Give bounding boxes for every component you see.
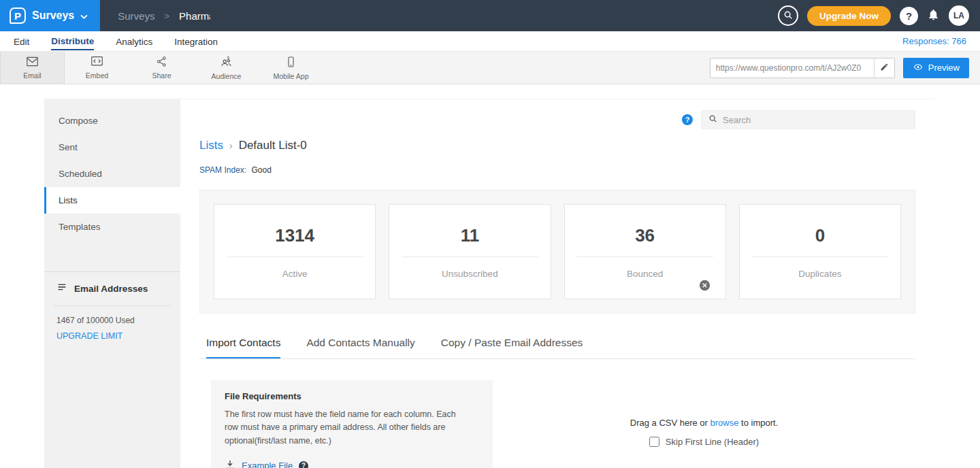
import-contacts-area: File Requirements The first row must hav… <box>199 380 915 468</box>
preview-button-label: Preview <box>928 63 960 73</box>
email-addresses-title: Email Addresses <box>74 284 148 294</box>
tab-integration[interactable]: Integration <box>174 33 218 50</box>
preview-button[interactable]: Preview <box>903 58 969 78</box>
breadcrumb: Surveys > Pharma <box>100 10 210 22</box>
questionpro-logo-icon: P <box>10 7 26 24</box>
pencil-icon <box>880 63 889 73</box>
sidebar-item-templates[interactable]: Templates <box>44 214 180 240</box>
list-stats-panel: 1314 Active 11 Unsubscribed 36 Bounced 0 <box>199 190 915 314</box>
bell-icon <box>927 8 940 23</box>
active-label: Active <box>214 269 375 279</box>
tool-share[interactable]: Share <box>129 52 194 84</box>
stat-card-bounced[interactable]: 36 Bounced <box>564 204 726 299</box>
stat-card-duplicates[interactable]: 0 Duplicates <box>739 204 901 299</box>
tool-email[interactable]: Email <box>0 52 65 84</box>
svg-text:$: $ <box>227 56 230 60</box>
tab-import-contacts[interactable]: Import Contacts <box>206 337 280 358</box>
skip-first-line-label: Skip First Line (Header) <box>666 437 759 447</box>
search-button[interactable] <box>778 5 798 26</box>
contacts-search-input[interactable] <box>723 115 908 125</box>
sidebar-item-sent[interactable]: Sent <box>44 134 180 161</box>
bounced-block-icon[interactable] <box>699 280 710 291</box>
sidebar-item-lists[interactable]: Lists <box>44 187 180 214</box>
notifications-button[interactable] <box>927 8 940 23</box>
tab-distribute[interactable]: Distribute <box>51 33 94 50</box>
tool-email-label: Email <box>23 71 41 80</box>
topbar: P Surveys Surveys > Pharma Upgrade Now ?… <box>0 0 980 31</box>
unsubscribed-label: Unsubscribed <box>389 269 550 279</box>
sidebar-item-scheduled[interactable]: Scheduled <box>44 161 180 187</box>
upgrade-limit-link[interactable]: UPGRADE LIMIT <box>44 328 180 344</box>
chevron-down-icon <box>80 10 88 21</box>
stat-card-active[interactable]: 1314 Active <box>214 204 376 299</box>
list-icon <box>56 282 67 295</box>
tab-edit[interactable]: Edit <box>14 33 29 50</box>
file-requirements-box: File Requirements The first row must hav… <box>211 380 493 468</box>
avatar[interactable]: LA <box>949 5 969 26</box>
tab-add-contacts-manually[interactable]: Add Contacts Manually <box>306 337 414 358</box>
list-breadcrumb: Lists › Default List-0 <box>199 139 915 152</box>
content: Compose Sent Scheduled Lists Templates E… <box>44 99 936 468</box>
breadcrumb-current-list: Default List-0 <box>239 139 307 152</box>
browse-link[interactable]: browse <box>710 418 739 428</box>
edit-url-button[interactable] <box>874 58 894 78</box>
toolbar-right: Preview <box>710 52 980 84</box>
share-icon <box>155 56 168 69</box>
dropzone-instruction: Drag a CSV here or browse to import. <box>630 418 779 428</box>
csv-dropzone[interactable]: Drag a CSV here or browse to import. Ski… <box>493 380 915 468</box>
breadcrumb-lists-link[interactable]: Lists <box>199 139 223 152</box>
file-requirements-title: File Requirements <box>225 391 479 401</box>
tool-mobile-app-label: Mobile App <box>274 72 309 80</box>
bounced-count: 36 <box>565 225 725 246</box>
app-switcher[interactable]: P Surveys <box>0 0 100 31</box>
duplicates-count: 0 <box>740 225 900 246</box>
tab-analytics[interactable]: Analytics <box>116 33 152 50</box>
survey-url-input[interactable] <box>710 58 874 78</box>
tab-copy-paste-emails[interactable]: Copy / Paste Email Addresses <box>441 337 583 358</box>
app-menu-label: Surveys <box>32 10 74 22</box>
divider <box>576 256 713 257</box>
panel-help-icon[interactable]: ? <box>682 114 693 125</box>
tool-embed[interactable]: Embed <box>65 52 129 84</box>
skip-first-line-row: Skip First Line (Header) <box>649 437 759 447</box>
example-file-help-icon[interactable]: ? <box>299 461 308 468</box>
tool-share-label: Share <box>152 71 171 80</box>
example-file-row: Example File ? <box>225 459 479 468</box>
dropzone-text-suffix: to import. <box>738 418 778 428</box>
dropzone-text-prefix: Drag a CSV here or <box>630 418 710 428</box>
divider <box>402 256 538 257</box>
search-icon <box>783 10 793 22</box>
unsubscribed-count: 11 <box>389 225 550 246</box>
example-file-link[interactable]: Example File <box>242 461 293 468</box>
spam-index-label[interactable]: SPAM Index: <box>199 165 246 175</box>
breadcrumb-separator: > <box>164 11 169 21</box>
duplicates-label: Duplicates <box>740 269 900 279</box>
tool-mobile-app[interactable]: Mobile App <box>259 52 323 84</box>
email-sidebar: Compose Sent Scheduled Lists Templates E… <box>44 99 180 468</box>
bounced-label: Bounced <box>565 269 725 279</box>
responses-count[interactable]: Responses: 766 <box>902 36 966 46</box>
stat-card-unsubscribed[interactable]: 11 Unsubscribed <box>389 204 551 299</box>
audience-icon: $ <box>219 56 233 70</box>
sidebar-item-compose[interactable]: Compose <box>44 107 180 134</box>
divider <box>227 256 363 257</box>
download-icon <box>225 459 235 468</box>
skip-first-line-checkbox[interactable] <box>649 437 659 447</box>
survey-nav: Edit Distribute Analytics Integration Re… <box>0 31 980 52</box>
contacts-search-box <box>701 110 915 129</box>
breadcrumb-surveys[interactable]: Surveys <box>118 10 154 22</box>
email-usage-text: 1467 of 100000 Used <box>44 306 180 328</box>
survey-url-box <box>710 58 895 78</box>
tool-audience-label: Audience <box>212 72 242 80</box>
breadcrumb-survey-name[interactable]: Pharma <box>179 10 210 22</box>
search-icon <box>708 114 717 125</box>
tool-audience[interactable]: $ Audience <box>194 52 259 84</box>
breadcrumb-separator: › <box>229 140 233 151</box>
upgrade-now-button[interactable]: Upgrade Now <box>807 6 891 26</box>
help-button[interactable]: ? <box>900 7 918 25</box>
lists-panel: ? Lists › Default List-0 SPAM Index: Goo… <box>180 99 936 468</box>
eye-icon <box>913 63 924 73</box>
envelope-icon <box>25 56 39 69</box>
email-addresses-section: Email Addresses <box>44 272 180 305</box>
phone-icon <box>285 56 297 70</box>
